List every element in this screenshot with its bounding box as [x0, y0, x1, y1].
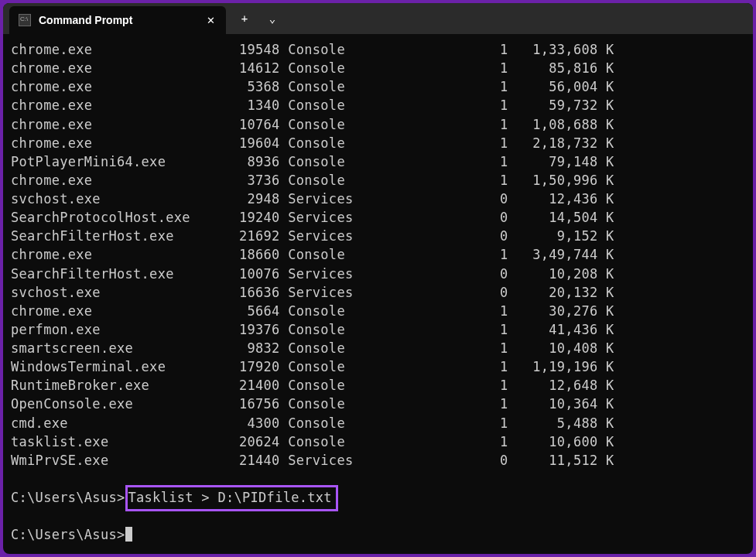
tab-command-prompt[interactable]: C:\ Command Prompt ✕ [9, 6, 226, 34]
tasklist-output: chrome.exe 19548 Console 1 1,33,608 K ch… [11, 40, 745, 470]
cmd-icon: C:\ [19, 14, 31, 26]
tab-title: Command Prompt [39, 14, 197, 26]
prompt-path: C:\Users\Asus> [11, 490, 125, 505]
titlebar: C:\ Command Prompt ✕ + ⌄ [3, 3, 753, 34]
prompt-path: C:\Users\Asus> [11, 527, 125, 542]
terminal-output[interactable]: chrome.exe 19548 Console 1 1,33,608 K ch… [3, 34, 753, 554]
new-tab-button[interactable]: + [232, 6, 257, 31]
close-icon[interactable]: ✕ [204, 14, 217, 26]
highlighted-command: Tasklist > D:\PIDfile.txt [125, 485, 338, 511]
cursor [125, 527, 132, 542]
tab-dropdown-button[interactable]: ⌄ [260, 6, 285, 31]
terminal-window: C:\ Command Prompt ✕ + ⌄ chrome.exe 1954… [3, 3, 753, 554]
titlebar-buttons: + ⌄ [226, 6, 291, 31]
